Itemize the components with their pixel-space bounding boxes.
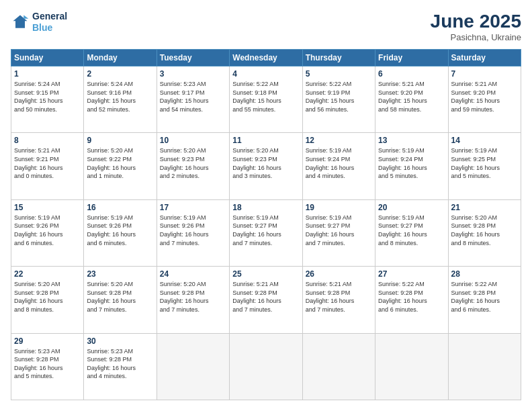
- day-number: 14: [451, 136, 518, 145]
- table-row: 24Sunrise: 5:20 AMSunset: 9:28 PMDayligh…: [157, 267, 229, 333]
- day-info: Sunrise: 5:20 AMSunset: 9:28 PMDaylight:…: [14, 280, 81, 314]
- day-number: 10: [160, 136, 226, 145]
- day-number: 17: [160, 203, 226, 212]
- table-row: 29Sunrise: 5:23 AMSunset: 9:28 PMDayligh…: [11, 333, 84, 400]
- day-info: Sunrise: 5:19 AMSunset: 9:25 PMDaylight:…: [451, 146, 518, 180]
- logo: General Blue: [11, 11, 67, 34]
- table-row: 6Sunrise: 5:21 AMSunset: 9:20 PMDaylight…: [375, 66, 448, 133]
- day-info: Sunrise: 5:20 AMSunset: 9:22 PMDaylight:…: [87, 146, 153, 180]
- logo-line1: General: [32, 11, 67, 22]
- day-number: 16: [87, 203, 153, 212]
- day-info: Sunrise: 5:19 AMSunset: 9:27 PMDaylight:…: [306, 214, 372, 247]
- day-number: 18: [232, 203, 299, 212]
- logo-line2: Blue: [32, 22, 67, 34]
- day-number: 5: [306, 69, 372, 79]
- day-number: 6: [378, 69, 445, 79]
- day-number: 21: [451, 203, 518, 212]
- day-info: Sunrise: 5:24 AMSunset: 9:15 PMDaylight:…: [14, 80, 81, 113]
- day-info: Sunrise: 5:21 AMSunset: 9:21 PMDaylight:…: [14, 146, 81, 180]
- table-row: 26Sunrise: 5:21 AMSunset: 9:28 PMDayligh…: [302, 267, 375, 333]
- calendar-week-row: 1Sunrise: 5:24 AMSunset: 9:15 PMDaylight…: [11, 66, 521, 133]
- table-row: 13Sunrise: 5:19 AMSunset: 9:24 PMDayligh…: [375, 133, 448, 199]
- day-info: Sunrise: 5:23 AMSunset: 9:28 PMDaylight:…: [87, 347, 153, 381]
- table-row: 11Sunrise: 5:20 AMSunset: 9:23 PMDayligh…: [230, 133, 302, 199]
- day-info: Sunrise: 5:23 AMSunset: 9:17 PMDaylight:…: [160, 80, 226, 113]
- calendar-week-row: 15Sunrise: 5:19 AMSunset: 9:26 PMDayligh…: [11, 199, 521, 266]
- table-row: 22Sunrise: 5:20 AMSunset: 9:28 PMDayligh…: [11, 267, 84, 333]
- table-row: [157, 333, 229, 400]
- day-info: Sunrise: 5:21 AMSunset: 9:20 PMDaylight:…: [451, 80, 518, 113]
- day-info: Sunrise: 5:20 AMSunset: 9:28 PMDaylight:…: [160, 280, 226, 314]
- day-number: 13: [378, 136, 445, 145]
- day-number: 12: [306, 136, 372, 145]
- day-info: Sunrise: 5:19 AMSunset: 9:26 PMDaylight:…: [87, 214, 153, 247]
- col-monday: Monday: [84, 50, 157, 66]
- day-number: 7: [451, 69, 518, 79]
- header: General Blue June 2025 Pasichna, Ukraine: [11, 11, 521, 42]
- table-row: 1Sunrise: 5:24 AMSunset: 9:15 PMDaylight…: [11, 66, 84, 133]
- table-row: 14Sunrise: 5:19 AMSunset: 9:25 PMDayligh…: [448, 133, 521, 199]
- calendar-week-row: 29Sunrise: 5:23 AMSunset: 9:28 PMDayligh…: [11, 333, 521, 400]
- calendar-table: Sunday Monday Tuesday Wednesday Thursday…: [11, 49, 521, 400]
- month-title: June 2025: [431, 11, 521, 32]
- day-number: 26: [306, 269, 372, 279]
- day-info: Sunrise: 5:21 AMSunset: 9:20 PMDaylight:…: [378, 80, 445, 113]
- table-row: 30Sunrise: 5:23 AMSunset: 9:28 PMDayligh…: [84, 333, 157, 400]
- col-wednesday: Wednesday: [230, 50, 302, 66]
- calendar-week-row: 22Sunrise: 5:20 AMSunset: 9:28 PMDayligh…: [11, 267, 521, 333]
- day-number: 23: [87, 269, 153, 279]
- day-info: Sunrise: 5:19 AMSunset: 9:24 PMDaylight:…: [378, 146, 445, 180]
- table-row: 10Sunrise: 5:20 AMSunset: 9:23 PMDayligh…: [157, 133, 229, 199]
- location: Pasichna, Ukraine: [431, 32, 521, 42]
- table-row: [230, 333, 302, 400]
- table-row: 25Sunrise: 5:21 AMSunset: 9:28 PMDayligh…: [230, 267, 302, 333]
- table-row: 4Sunrise: 5:22 AMSunset: 9:18 PMDaylight…: [230, 66, 302, 133]
- day-info: Sunrise: 5:19 AMSunset: 9:27 PMDaylight:…: [232, 214, 299, 247]
- day-number: 29: [14, 336, 81, 346]
- day-number: 1: [14, 69, 81, 79]
- table-row: 23Sunrise: 5:20 AMSunset: 9:28 PMDayligh…: [84, 267, 157, 333]
- col-thursday: Thursday: [302, 50, 375, 66]
- day-number: 8: [14, 136, 81, 145]
- svg-marker-1: [24, 15, 28, 18]
- day-info: Sunrise: 5:20 AMSunset: 9:23 PMDaylight:…: [160, 146, 226, 180]
- table-row: 16Sunrise: 5:19 AMSunset: 9:26 PMDayligh…: [84, 199, 157, 266]
- day-number: 19: [306, 203, 372, 212]
- day-info: Sunrise: 5:22 AMSunset: 9:28 PMDaylight:…: [451, 280, 518, 314]
- table-row: 17Sunrise: 5:19 AMSunset: 9:26 PMDayligh…: [157, 199, 229, 266]
- day-number: 25: [232, 269, 299, 279]
- day-info: Sunrise: 5:20 AMSunset: 9:28 PMDaylight:…: [451, 214, 518, 247]
- day-number: 11: [232, 136, 299, 145]
- table-row: 15Sunrise: 5:19 AMSunset: 9:26 PMDayligh…: [11, 199, 84, 266]
- col-saturday: Saturday: [448, 50, 521, 66]
- day-number: 4: [232, 69, 299, 79]
- table-row: [302, 333, 375, 400]
- table-row: 18Sunrise: 5:19 AMSunset: 9:27 PMDayligh…: [230, 199, 302, 266]
- table-row: 28Sunrise: 5:22 AMSunset: 9:28 PMDayligh…: [448, 267, 521, 333]
- day-number: 15: [14, 203, 81, 212]
- day-info: Sunrise: 5:19 AMSunset: 9:27 PMDaylight:…: [378, 214, 445, 247]
- table-row: 2Sunrise: 5:24 AMSunset: 9:16 PMDaylight…: [84, 66, 157, 133]
- day-number: 3: [160, 69, 226, 79]
- day-info: Sunrise: 5:22 AMSunset: 9:28 PMDaylight:…: [378, 280, 445, 314]
- day-info: Sunrise: 5:23 AMSunset: 9:28 PMDaylight:…: [14, 347, 81, 381]
- day-info: Sunrise: 5:24 AMSunset: 9:16 PMDaylight:…: [87, 80, 153, 113]
- col-tuesday: Tuesday: [157, 50, 229, 66]
- table-row: 19Sunrise: 5:19 AMSunset: 9:27 PMDayligh…: [302, 199, 375, 266]
- day-number: 28: [451, 269, 518, 279]
- col-friday: Friday: [375, 50, 448, 66]
- table-row: 7Sunrise: 5:21 AMSunset: 9:20 PMDaylight…: [448, 66, 521, 133]
- table-row: 3Sunrise: 5:23 AMSunset: 9:17 PMDaylight…: [157, 66, 229, 133]
- table-row: 12Sunrise: 5:19 AMSunset: 9:24 PMDayligh…: [302, 133, 375, 199]
- table-row: [375, 333, 448, 400]
- day-info: Sunrise: 5:19 AMSunset: 9:24 PMDaylight:…: [306, 146, 372, 180]
- day-number: 20: [378, 203, 445, 212]
- logo-icon: [11, 13, 30, 32]
- table-row: 20Sunrise: 5:19 AMSunset: 9:27 PMDayligh…: [375, 199, 448, 266]
- day-info: Sunrise: 5:20 AMSunset: 9:23 PMDaylight:…: [232, 146, 299, 180]
- day-info: Sunrise: 5:22 AMSunset: 9:19 PMDaylight:…: [306, 80, 372, 113]
- calendar-week-row: 8Sunrise: 5:21 AMSunset: 9:21 PMDaylight…: [11, 133, 521, 199]
- col-sunday: Sunday: [11, 50, 84, 66]
- day-info: Sunrise: 5:21 AMSunset: 9:28 PMDaylight:…: [306, 280, 372, 314]
- day-number: 30: [87, 336, 153, 346]
